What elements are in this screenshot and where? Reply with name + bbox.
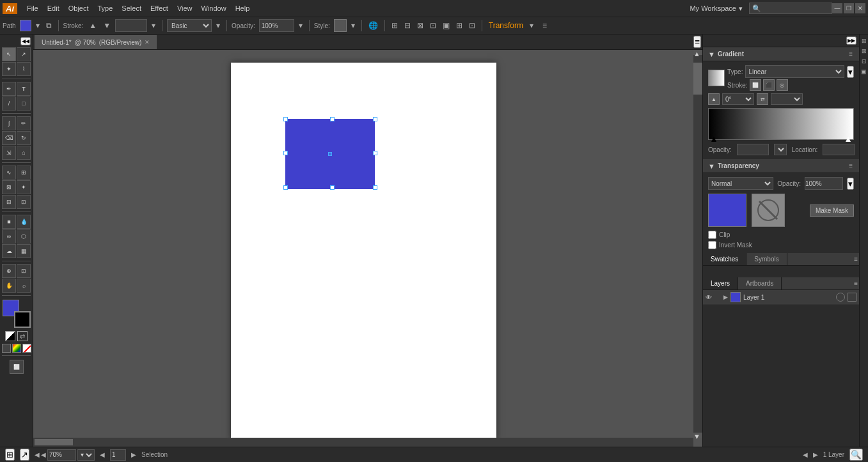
h-scrollbar[interactable]: [33, 438, 693, 447]
grad-mesh-btn[interactable]: ⊡: [17, 195, 31, 209]
gradient-type-select[interactable]: Linear Radial: [745, 65, 844, 78]
menu-object[interactable]: Object: [64, 3, 93, 13]
artboard-nav-left[interactable]: ◀: [803, 451, 808, 458]
align-btn4[interactable]: ⊡: [428, 20, 438, 31]
pencil-tool-btn[interactable]: ✏: [17, 116, 31, 130]
handle-mr[interactable]: [373, 151, 377, 155]
blend-tool-btn[interactable]: ∞: [2, 229, 16, 243]
magic-wand-tool-btn[interactable]: ✦: [2, 62, 16, 76]
gradient-type-dropdown-btn[interactable]: ▾: [847, 66, 854, 78]
layer-target-btn[interactable]: [836, 293, 845, 302]
document-tab[interactable]: Untitled-1* @ 70% (RGB/Preview) ✕: [35, 35, 157, 49]
menu-edit[interactable]: Edit: [43, 3, 64, 13]
eyedropper-btn[interactable]: 💧: [17, 215, 31, 229]
line-tool-btn[interactable]: /: [2, 96, 16, 111]
menu-file[interactable]: File: [22, 3, 43, 13]
eraser-tool-btn[interactable]: ⌫: [2, 131, 16, 145]
zoom-dropdown[interactable]: ▾: [77, 449, 95, 461]
rotate-tool-btn[interactable]: ↻: [17, 131, 31, 145]
menu-view[interactable]: View: [173, 3, 197, 13]
gradient-stop-right[interactable]: [846, 137, 851, 142]
gradient-tool-btn[interactable]: ■: [2, 215, 16, 229]
extra-btn4[interactable]: ▣: [860, 68, 868, 75]
scroll-up-btn[interactable]: ▲: [693, 50, 702, 55]
zoom-up-btn[interactable]: ◀: [41, 451, 46, 458]
stroke-color-btn[interactable]: ▲: [87, 20, 99, 31]
artboard[interactable]: [231, 63, 496, 440]
swatches-options-btn[interactable]: ≡: [853, 253, 859, 265]
gradient-angle-icon[interactable]: ▲: [708, 93, 720, 105]
minimize-button[interactable]: —: [832, 3, 842, 13]
free-transform-btn[interactable]: ⊠: [2, 180, 16, 194]
transform-btn[interactable]: Transform: [487, 20, 525, 31]
next-artboard-btn[interactable]: ▶: [131, 451, 136, 458]
close-button[interactable]: ✕: [855, 3, 865, 13]
zoom-down-btn[interactable]: ◀: [35, 451, 40, 458]
color-mode-btn[interactable]: [2, 344, 11, 353]
paintbrush-tool-btn[interactable]: ∫: [2, 116, 16, 130]
make-mask-button[interactable]: Make Mask: [810, 204, 854, 217]
invert-mask-checkbox[interactable]: [708, 241, 716, 249]
brush-style-select[interactable]: Basic: [167, 19, 212, 32]
live-paint-btn[interactable]: ⬡: [17, 229, 31, 243]
align-btn3[interactable]: ⊠: [415, 20, 425, 31]
gradient-opacity-input[interactable]: [737, 144, 769, 155]
gradient-options-btn[interactable]: ≡: [848, 50, 854, 58]
fill-dropdown-btn[interactable]: ▾: [34, 20, 42, 31]
fill-options-btn[interactable]: ⧉: [44, 20, 54, 31]
screen-mode-btn[interactable]: ⬜: [10, 360, 24, 374]
search-status-btn[interactable]: 🔍: [849, 449, 863, 461]
handle-ml[interactable]: [283, 151, 288, 155]
invert-mask-label[interactable]: Invert Mask: [708, 241, 854, 249]
pen-tool-btn[interactable]: ✒: [2, 82, 16, 96]
artboard-number-input[interactable]: [110, 449, 126, 461]
lasso-tool-btn[interactable]: ⌇: [17, 62, 31, 76]
v-scrollbar[interactable]: ▲ ▼: [693, 50, 702, 438]
export-btn[interactable]: ↗: [20, 449, 29, 461]
h-scroll-thumb[interactable]: [35, 439, 73, 445]
menu-type[interactable]: Type: [93, 3, 118, 13]
align-btn7[interactable]: ⊡: [467, 20, 477, 31]
handle-tl[interactable]: [283, 117, 288, 121]
transparency-options-btn[interactable]: ≡: [848, 162, 854, 169]
stroke-down-btn[interactable]: ▼: [101, 20, 113, 31]
panel-options-btn[interactable]: ≡: [541, 20, 549, 31]
width-tool-btn[interactable]: ⊞: [17, 166, 31, 180]
stroke-color-box[interactable]: [14, 311, 31, 328]
gradient-location-input[interactable]: [823, 144, 855, 155]
style-dropdown-btn[interactable]: ▾: [349, 20, 357, 31]
mesh-btn[interactable]: ⊟: [2, 195, 16, 209]
gradient-stop-left[interactable]: [711, 137, 716, 142]
none-mode-btn[interactable]: [22, 344, 31, 353]
opacity-dropdown-btn2[interactable]: ▾: [847, 178, 854, 190]
handle-bc[interactable]: [330, 185, 335, 190]
gradient-angle-select[interactable]: 0° 45° 90°: [722, 93, 754, 105]
slice-tool-btn[interactable]: ⊕: [2, 264, 16, 278]
gradient-mode-btn[interactable]: [12, 344, 21, 353]
rect-tool-btn[interactable]: □: [17, 96, 31, 111]
puppet-warp-btn[interactable]: ✦: [17, 180, 31, 194]
workspace-selector[interactable]: My Workspace ▾: [690, 4, 743, 13]
handle-tc[interactable]: [330, 117, 335, 121]
panel-arrange-btn[interactable]: ≡: [693, 36, 701, 48]
menu-window[interactable]: Window: [197, 3, 231, 13]
menu-select[interactable]: Select: [117, 3, 146, 13]
clip-checkbox-label[interactable]: Clip: [708, 231, 854, 239]
globe-btn[interactable]: 🌐: [367, 20, 380, 31]
toolbox-collapse-btn[interactable]: ◀◀: [20, 37, 31, 45]
zoom-tool-btn[interactable]: ⌕: [17, 279, 31, 293]
layer-lock-btn[interactable]: [848, 293, 856, 302]
style-preview[interactable]: [334, 19, 347, 32]
stroke-type-btn3[interactable]: ◎: [777, 79, 788, 91]
layers-tab[interactable]: Layers: [703, 277, 738, 289]
default-colors-btn[interactable]: [5, 331, 15, 341]
restore-button[interactable]: ❐: [844, 3, 854, 13]
gradient-reverse-icon[interactable]: ⇄: [757, 93, 768, 105]
align-btn5[interactable]: ▣: [441, 20, 452, 31]
distort-tool-btn[interactable]: ⌂: [17, 146, 31, 160]
transparency-panel-header[interactable]: ▼ Transparency ≡: [703, 159, 859, 173]
handle-tr[interactable]: [373, 117, 377, 121]
view-mode-icon[interactable]: ⊞: [5, 449, 15, 461]
stroke-type-btn1[interactable]: ⬜: [750, 79, 761, 91]
prev-artboard-btn[interactable]: ◀: [100, 451, 105, 458]
